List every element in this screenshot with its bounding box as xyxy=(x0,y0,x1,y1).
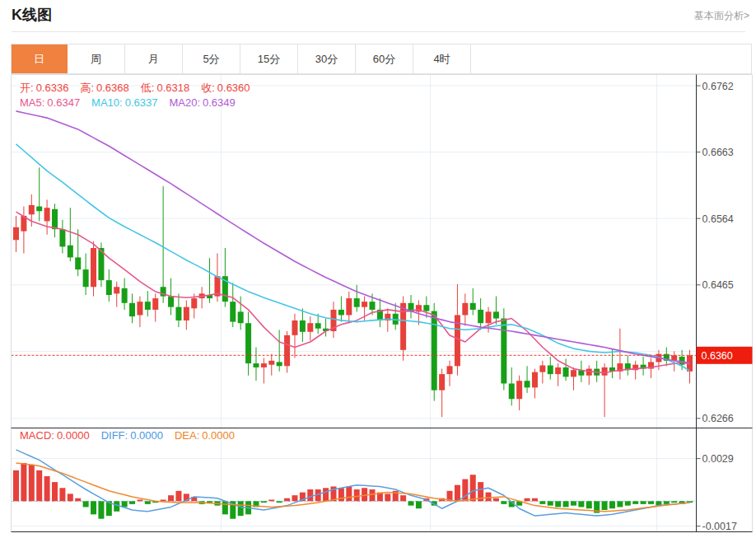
ohlc-readout: 开:0.6336高:0.6368低:0.6318收:0.6360 xyxy=(20,81,262,96)
macd-bar xyxy=(284,498,290,502)
candle-body xyxy=(602,367,608,376)
macd-bar xyxy=(641,501,646,504)
y-axis-label: -0.0017 xyxy=(702,521,737,532)
candle-body xyxy=(439,374,445,391)
macd-bar xyxy=(370,489,376,501)
macd-bar xyxy=(385,494,390,501)
candle-body xyxy=(486,311,492,323)
candle-body xyxy=(284,335,290,366)
y-axis-label: 0.6564 xyxy=(702,213,734,225)
candle-body xyxy=(470,303,476,310)
macd-bar xyxy=(13,470,19,501)
macd-bar xyxy=(586,501,592,508)
candle-body xyxy=(400,303,406,350)
candle-body xyxy=(555,367,561,374)
diff-value: 0.0000 xyxy=(130,429,163,442)
candle-body xyxy=(292,320,297,335)
macd-bar xyxy=(83,501,89,507)
candle-body xyxy=(478,310,483,323)
macd-bar xyxy=(548,501,553,505)
macd-bar xyxy=(98,501,104,518)
macd-bar xyxy=(408,501,414,505)
candle-body xyxy=(75,257,81,269)
high-value: 0.6368 xyxy=(96,82,129,94)
macd-readout: MACD:0.0000DIFF:0.0000DEA:0.0000 xyxy=(20,429,246,442)
macd-bar xyxy=(625,501,631,505)
macd-bar xyxy=(486,493,492,502)
current-price-tag-label: 0.6360 xyxy=(702,350,733,362)
candle-body xyxy=(106,280,112,295)
macd-bar xyxy=(455,485,460,502)
candle-body xyxy=(563,367,569,377)
candle-body xyxy=(230,302,236,321)
macd-bar xyxy=(68,494,73,501)
macd-bar xyxy=(21,463,26,501)
candle-body xyxy=(52,209,58,229)
macd-bar xyxy=(617,501,623,507)
candle-body xyxy=(238,311,244,323)
candle-body xyxy=(261,363,267,367)
macd-bar xyxy=(648,501,654,504)
candle-body xyxy=(300,320,306,332)
candle-body xyxy=(129,303,135,316)
y-axis-label: 0.6266 xyxy=(702,413,734,424)
macd-label: MACD: xyxy=(20,429,54,442)
candle-body xyxy=(44,208,50,221)
ma-line-ma20 xyxy=(16,111,690,363)
macd-bar xyxy=(75,498,81,502)
macd-bar xyxy=(400,495,406,501)
candle-body xyxy=(362,302,367,307)
macd-bar xyxy=(168,495,174,501)
macd-dea: DEA:0.0000 xyxy=(175,429,235,442)
candle-body xyxy=(145,302,151,310)
high-label: 高: xyxy=(80,82,94,94)
ma-ma5: MA5:0.6347 xyxy=(20,96,80,109)
ohlc-high: 高:0.6368 xyxy=(80,82,128,94)
candle-body xyxy=(184,307,189,320)
macd-bar xyxy=(52,482,58,501)
candle-body xyxy=(679,357,685,365)
macd-value: 0.0000 xyxy=(57,429,90,442)
open-value: 0.6336 xyxy=(36,82,69,94)
candle-body xyxy=(245,323,251,363)
macd-bar xyxy=(354,489,360,501)
macd-bar xyxy=(323,488,329,501)
candle-body xyxy=(268,361,274,365)
candle-body xyxy=(462,303,468,316)
candle-body xyxy=(36,207,42,212)
candle-body xyxy=(539,365,545,372)
candle-body xyxy=(168,297,174,307)
candle-body xyxy=(91,248,96,287)
ma5-value: 0.6347 xyxy=(47,96,80,109)
y-axis-label: 0.6663 xyxy=(702,147,734,158)
macd-bar xyxy=(145,501,151,504)
candle-body xyxy=(137,302,142,315)
ohlc-close: 收:0.6360 xyxy=(201,82,250,94)
diff-label: DIFF: xyxy=(101,429,128,442)
macd-bar xyxy=(571,501,576,505)
macd-bar xyxy=(36,470,42,501)
ma10-value: 0.6337 xyxy=(125,96,158,109)
macd-bar xyxy=(277,501,282,503)
ma20-value: 0.6349 xyxy=(203,96,236,109)
candle-body xyxy=(29,205,35,214)
candle-body xyxy=(346,298,352,315)
low-value: 0.6318 xyxy=(156,82,189,94)
ma20-label: MA20: xyxy=(169,96,200,109)
candle-body xyxy=(277,362,282,366)
candle-body xyxy=(516,381,522,399)
macd-bar xyxy=(578,501,584,507)
ma-ma20: MA20:0.6349 xyxy=(169,96,235,109)
macd-bar xyxy=(555,501,561,507)
low-label: 低: xyxy=(141,82,155,94)
macd-bar xyxy=(493,498,499,502)
candle-body xyxy=(152,298,158,310)
ma5-label: MA5: xyxy=(20,96,44,109)
macd-bar xyxy=(470,475,476,501)
macd-bar xyxy=(122,501,128,507)
ma-readout: MA5:0.6347MA10:0.6337MA20:0.6349 xyxy=(20,96,247,109)
candle-body xyxy=(307,323,313,332)
macd-bar xyxy=(346,486,352,501)
dea-label: DEA: xyxy=(175,429,199,442)
candle-body xyxy=(253,363,259,367)
